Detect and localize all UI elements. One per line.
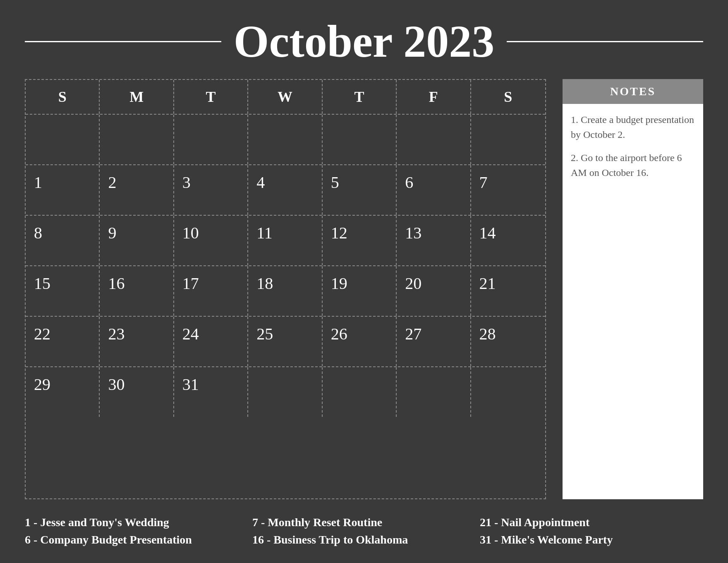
calendar-cell-1: 1 [26,165,100,215]
calendar-cell-5: 5 [323,165,397,215]
header: October 2023 [25,17,703,67]
calendar-cell-empty [471,115,545,164]
notes-section: NOTES 1. Create a budget presentation by… [563,79,703,499]
calendar-cell-empty [471,367,545,417]
calendar-cell-29: 29 [26,367,100,417]
calendar-cell-3: 3 [174,165,248,215]
calendar-cell-empty [397,367,471,417]
event-item-1: 7 - Monthly Reset Routine [252,516,476,529]
notes-body: 1. Create a budget presentation by Octob… [563,104,703,499]
calendar-cell-7: 7 [471,165,545,215]
calendar-cell-empty [323,367,397,417]
main-content: S M T W T F S [25,79,703,499]
header-line-right [507,41,703,42]
calendar-cell-9: 9 [100,216,174,265]
calendar-section: S M T W T F S [25,79,546,499]
day-header-fri: F [397,80,471,114]
calendar-cell-10: 10 [174,216,248,265]
calendar-cell-24: 24 [174,317,248,366]
calendar-cell-28: 28 [471,317,545,366]
calendar-row-4: 22 23 24 25 26 27 28 [26,317,545,367]
calendar-cell-30: 30 [100,367,174,417]
calendar-cell-empty [248,367,322,417]
calendar-body: 1 2 3 4 5 6 7 8 9 10 11 12 [26,115,545,417]
calendar-cell-22: 22 [26,317,100,366]
day-header-wed: W [248,80,322,114]
header-line-left [25,41,221,42]
calendar-cell-empty [248,115,322,164]
calendar-cell-23: 23 [100,317,174,366]
events-section: 1 - Jesse and Tony's Wedding 7 - Monthly… [25,512,703,546]
notes-item-1: 1. Create a budget presentation by Octob… [571,112,695,142]
calendar-cell-27: 27 [397,317,471,366]
calendar-cell-12: 12 [323,216,397,265]
calendar-cell-15: 15 [26,266,100,316]
calendar-row-1: 1 2 3 4 5 6 7 [26,165,545,216]
calendar-cell-21: 21 [471,266,545,316]
day-header-mon: M [100,80,174,114]
day-header-sat: S [471,80,545,114]
calendar-cell-8: 8 [26,216,100,265]
calendar-cell-14: 14 [471,216,545,265]
page-title: October 2023 [234,17,494,67]
calendar-cell-6: 6 [397,165,471,215]
calendar-row-5: 29 30 31 [26,367,545,417]
notes-header: NOTES [563,79,703,104]
page: October 2023 S M T W T F S [0,0,728,563]
calendar-cell-18: 18 [248,266,322,316]
calendar-cell-16: 16 [100,266,174,316]
calendar-cell-empty [323,115,397,164]
calendar-cell-11: 11 [248,216,322,265]
notes-item-2: 2. Go to the airport before 6 AM on Octo… [571,150,695,180]
day-header-thu: T [323,80,397,114]
calendar-header-row: S M T W T F S [26,80,545,115]
calendar-cell-19: 19 [323,266,397,316]
event-item-2: 21 - Nail Appointment [480,516,703,529]
event-item-4: 16 - Business Trip to Oklahoma [252,533,476,546]
calendar-cell-26: 26 [323,317,397,366]
calendar-cell-20: 20 [397,266,471,316]
day-header-tue: T [174,80,248,114]
event-item-5: 31 - Mike's Welcome Party [480,533,703,546]
calendar-cell-empty [100,115,174,164]
calendar-cell-31: 31 [174,367,248,417]
event-item-3: 6 - Company Budget Presentation [25,533,248,546]
day-header-sun: S [26,80,100,114]
calendar-cell-25: 25 [248,317,322,366]
calendar-cell-4: 4 [248,165,322,215]
calendar-cell-empty [26,115,100,164]
calendar-cell-17: 17 [174,266,248,316]
calendar-row-0 [26,115,545,165]
calendar-cell-empty [397,115,471,164]
event-item-0: 1 - Jesse and Tony's Wedding [25,516,248,529]
calendar-cell-2: 2 [100,165,174,215]
calendar-row-2: 8 9 10 11 12 13 14 [26,216,545,266]
calendar-cell-13: 13 [397,216,471,265]
calendar-row-3: 15 16 17 18 19 20 21 [26,266,545,317]
calendar-grid: S M T W T F S [25,79,546,499]
calendar-cell-empty [174,115,248,164]
notes-text: 1. Create a budget presentation by Octob… [571,112,695,180]
